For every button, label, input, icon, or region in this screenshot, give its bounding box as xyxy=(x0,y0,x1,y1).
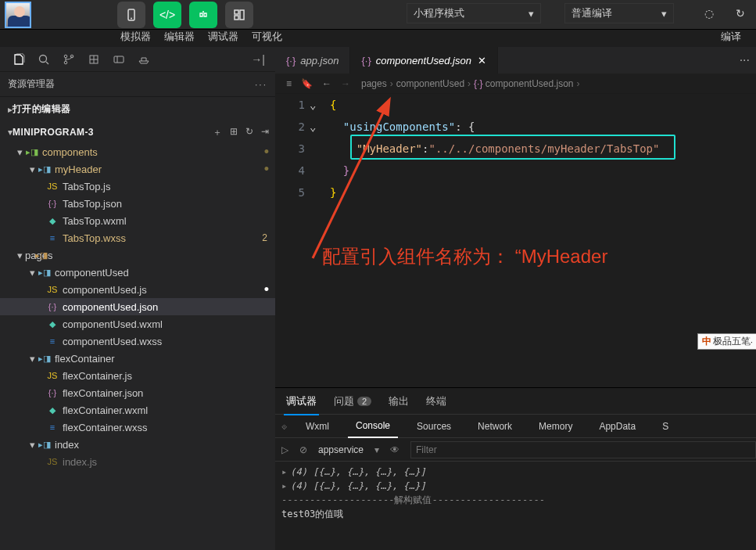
folder-index[interactable]: ▾▸◨index xyxy=(0,436,275,453)
js-icon: JS xyxy=(45,371,59,380)
folder-icon: ▸◨ xyxy=(25,147,39,157)
svg-point-1 xyxy=(131,17,132,19)
refresh-icon[interactable]: ↻ xyxy=(245,126,253,139)
more-button[interactable]: ◌ xyxy=(697,3,721,23)
open-editors-header[interactable]: ▸ 打开的编辑器 xyxy=(0,97,275,121)
folder-components[interactable]: ▾▸◨components• xyxy=(0,143,275,160)
refresh-icon[interactable]: ↻ xyxy=(729,3,752,23)
file-flexContainer-wxss[interactable]: ≡flexContainer.wxss xyxy=(0,419,275,436)
chevron-down-icon: ▾ xyxy=(27,267,38,279)
collapse-all-icon[interactable]: ⇥ xyxy=(261,126,269,139)
new-file-icon[interactable]: ＋ xyxy=(213,126,222,139)
layers-icon[interactable] xyxy=(81,53,106,66)
visualize-button[interactable] xyxy=(225,2,253,28)
svg-point-5 xyxy=(40,55,47,62)
wxss-icon: ≡ xyxy=(45,336,59,346)
devtool-tab-wxml[interactable]: Wxml xyxy=(298,415,337,437)
run-icon[interactable]: ▷ xyxy=(281,444,288,455)
search-icon[interactable] xyxy=(31,53,56,66)
file-tabstop-js[interactable]: JSTabsTop.js xyxy=(0,178,275,195)
json-icon: {·} xyxy=(45,199,59,208)
panel-tab-debugger[interactable]: 调试器 xyxy=(286,394,317,408)
code-editor[interactable]: 12345 ⌄⌄ { "usingComponents": { "MyHeade… xyxy=(275,94,756,387)
eye-icon[interactable]: 👁 xyxy=(390,444,399,455)
folder-pages[interactable]: ▾▸◨pages xyxy=(0,246,275,264)
file-tabstop-wxml[interactable]: ◆TabsTop.wxml xyxy=(0,212,275,229)
ship-icon[interactable] xyxy=(131,53,156,66)
files-icon[interactable] xyxy=(6,53,31,66)
back-icon[interactable]: ← xyxy=(322,78,331,89)
folder-icon: ▸◨ xyxy=(38,440,52,450)
fold-column[interactable]: ⌄⌄ xyxy=(310,94,322,182)
panel-icon[interactable] xyxy=(106,53,131,66)
mode-label: 小程序模式 xyxy=(414,6,464,20)
devtool-tab-console[interactable]: Console xyxy=(348,415,398,438)
devtool-tab-network[interactable]: Network xyxy=(470,415,520,437)
panel-tab-output[interactable]: 输出 xyxy=(389,394,409,408)
folder-icon: ▸◨ xyxy=(38,164,52,174)
file-flexContainer-json[interactable]: {·}flexContainer.json xyxy=(0,384,275,401)
file-componentUsed-json[interactable]: {·}componentUsed.json xyxy=(0,298,275,315)
more-tabs-icon[interactable]: ··· xyxy=(740,53,750,67)
project-header[interactable]: ▾ MINIPROGRAM-3 ＋ ⊞ ↻ ⇥ xyxy=(0,121,275,143)
mini-icon[interactable]: ≡ xyxy=(286,78,292,89)
svg-rect-3 xyxy=(240,10,244,20)
file-index-js[interactable]: JSindex.js xyxy=(0,453,275,470)
devtool-tab-appdata[interactable]: AppData xyxy=(591,415,643,437)
devtool-tab-memory[interactable]: Memory xyxy=(531,415,580,437)
close-icon[interactable]: ✕ xyxy=(478,55,486,67)
file-componentUsed-wxml[interactable]: ◆componentUsed.wxml xyxy=(0,315,275,333)
clear-icon[interactable]: ⊘ xyxy=(299,444,307,455)
mode-dropdown[interactable]: 小程序模式▾ xyxy=(407,3,541,23)
context-select[interactable]: appservice xyxy=(318,444,364,455)
panel-tab-terminal[interactable]: 终端 xyxy=(426,394,446,408)
ime-indicator: 中极品五笔· xyxy=(697,333,756,350)
tab-componentUsed-json[interactable]: {·}componentUsed.json✕ xyxy=(350,47,497,74)
json-icon: {·} xyxy=(286,55,296,67)
json-icon: {·} xyxy=(361,55,371,67)
devtool-tab-sources[interactable]: Sources xyxy=(409,415,459,437)
json-icon: {·} xyxy=(45,302,59,311)
more-icon[interactable]: ··· xyxy=(255,79,267,90)
wxss-icon: ≡ xyxy=(45,233,59,243)
svg-rect-4 xyxy=(235,16,238,20)
simulator-button[interactable] xyxy=(117,2,145,28)
chevron-down-icon: ▾ xyxy=(528,8,534,20)
folder-icon: ▸◨ xyxy=(38,268,52,278)
bookmark-icon[interactable]: 🔖 xyxy=(301,78,313,89)
chevron-down-icon: ▾ xyxy=(14,146,25,158)
fwd-icon[interactable]: → xyxy=(341,78,350,89)
breadcrumb-item[interactable]: pages xyxy=(361,78,387,89)
console-output[interactable]: ▸(4) [{…}, {…}, {…}, {…}] ▸(4) [{…}, {…}… xyxy=(275,462,756,550)
file-tabstop-wxss[interactable]: ≡TabsTop.wxss2 xyxy=(0,229,275,246)
breadcrumb-item[interactable]: componentUsed.json xyxy=(485,78,574,89)
js-icon: JS xyxy=(45,285,59,294)
js-icon: JS xyxy=(45,182,59,191)
devtool-tab-more[interactable]: S xyxy=(654,415,676,437)
tab-app-json[interactable]: {·}app.json xyxy=(275,47,350,74)
editor-button[interactable]: </> xyxy=(153,2,181,28)
inspect-icon[interactable]: ⟐ xyxy=(281,421,287,432)
chevron-down-icon: ▾ xyxy=(14,250,25,261)
file-componentUsed-wxss[interactable]: ≡componentUsed.wxss xyxy=(0,333,275,350)
file-flexContainer-js[interactable]: JSflexContainer.js xyxy=(0,367,275,384)
folder-myHeader[interactable]: ▾▸◨myHeader• xyxy=(0,160,275,178)
file-componentUsed-js[interactable]: JScomponentUsed.js• xyxy=(0,281,275,298)
wxss-icon: ≡ xyxy=(45,422,59,432)
svg-point-7 xyxy=(64,61,67,64)
new-folder-icon[interactable]: ⊞ xyxy=(230,126,238,139)
avatar[interactable] xyxy=(5,2,31,28)
folder-flexContainer[interactable]: ▾▸◨flexContainer xyxy=(0,350,275,367)
svg-rect-2 xyxy=(235,10,238,14)
branch-icon[interactable] xyxy=(56,53,81,66)
debugger-button[interactable] xyxy=(189,2,217,28)
panel-tab-problems[interactable]: 问题2 xyxy=(334,394,371,408)
filter-input[interactable] xyxy=(410,441,756,458)
file-tabstop-json[interactable]: {·}TabsTop.json xyxy=(0,195,275,212)
chevron-down-icon: ▾ xyxy=(27,439,38,451)
breadcrumb-item[interactable]: componentUsed xyxy=(396,78,464,89)
collapse-icon[interactable]: →| xyxy=(245,53,271,66)
file-flexContainer-wxml[interactable]: ◆flexContainer.wxml xyxy=(0,401,275,419)
folder-componentUsed[interactable]: ▾▸◨componentUsed xyxy=(0,264,275,281)
compile-dropdown[interactable]: 普通编译▾ xyxy=(564,3,674,23)
